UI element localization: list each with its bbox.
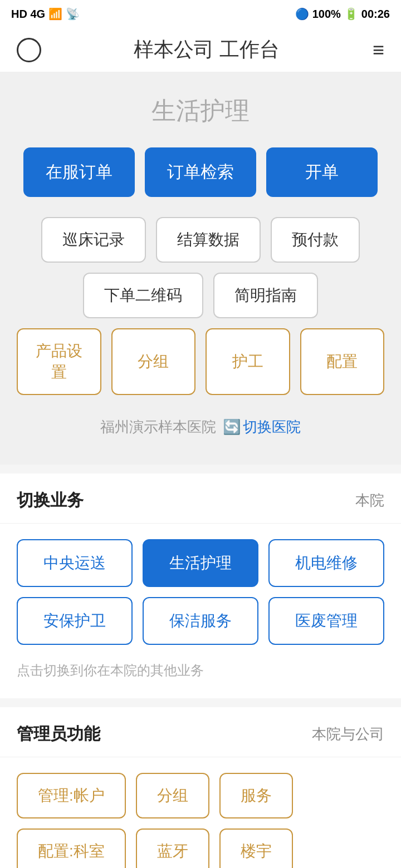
hospital-name: 福州演示样本医院 xyxy=(100,417,216,437)
admin-manage-accounts[interactable]: 管理:帐户 xyxy=(17,773,126,818)
switch-hospital-button[interactable]: 🔄 切换医院 xyxy=(223,417,301,437)
status-left: HD 4G 📶 📡 xyxy=(11,7,80,21)
business-security[interactable]: 安保护卫 xyxy=(17,597,133,645)
business-mechanical[interactable]: 机电维修 xyxy=(268,539,384,587)
business-life-care[interactable]: 生活护理 xyxy=(143,539,258,587)
config-button[interactable]: 配置 xyxy=(300,328,385,395)
admin-section-body: 管理:帐户 分组 服务 配置:科室 蓝牙 楼宇 xyxy=(0,757,401,868)
admin-config-department[interactable]: 配置:科室 xyxy=(17,828,126,868)
battery-text: 100% xyxy=(312,8,341,21)
admin-building[interactable]: 楼宇 xyxy=(219,828,293,868)
active-orders-button[interactable]: 在服订单 xyxy=(23,147,135,197)
admin-group[interactable]: 分组 xyxy=(136,773,209,818)
top-nav: 样本公司 工作台 ≡ xyxy=(0,28,401,72)
service-title: 生活护理 xyxy=(151,95,250,127)
business-central-transport[interactable]: 中央运送 xyxy=(17,539,133,587)
new-order-button[interactable]: 开单 xyxy=(266,147,378,197)
admin-bluetooth[interactable]: 蓝牙 xyxy=(136,828,209,868)
bluetooth-icon: 🔵 xyxy=(295,7,309,21)
network-status: HD 4G xyxy=(11,8,45,21)
admin-section-title: 管理员功能 xyxy=(17,723,100,746)
admin-section-tag: 本院与公司 xyxy=(312,724,384,744)
hero-section: 生活护理 在服订单 订单检索 开单 巡床记录 结算数据 预付款 下单二维码 简明… xyxy=(0,72,401,465)
qrcode-button[interactable]: 下单二维码 xyxy=(83,273,203,318)
admin-buttons-grid: 管理:帐户 分组 服务 配置:科室 蓝牙 楼宇 xyxy=(17,773,384,868)
business-switch-section: 切换业务 本院 中央运送 生活护理 机电维修 安保护卫 保洁服务 医废管理 点击… xyxy=(0,474,401,698)
business-switch-header: 切换业务 本院 xyxy=(0,474,401,524)
business-medical-waste[interactable]: 医废管理 xyxy=(268,597,384,645)
gold-buttons-row: 产品设置 分组 护工 配置 xyxy=(17,328,384,395)
group-button[interactable]: 分组 xyxy=(111,328,196,395)
wifi-icon: 📡 xyxy=(66,7,80,21)
business-switch-body: 中央运送 生活护理 机电维修 安保护卫 保洁服务 医废管理 点击切换到你在本院的… xyxy=(0,524,401,698)
prepay-button[interactable]: 预付款 xyxy=(271,217,360,263)
patrol-button[interactable]: 巡床记录 xyxy=(41,217,146,263)
avatar-circle[interactable] xyxy=(17,38,41,62)
business-switch-title: 切换业务 xyxy=(17,489,84,512)
main-content: 生活护理 在服订单 订单检索 开单 巡床记录 结算数据 预付款 下单二维码 简明… xyxy=(0,72,401,868)
battery-icon: 🔋 xyxy=(344,7,358,21)
signal-icon: 📶 xyxy=(48,7,62,21)
business-switch-tag: 本院 xyxy=(355,491,384,510)
admin-section: 管理员功能 本院与公司 管理:帐户 分组 服务 配置:科室 蓝牙 楼宇 xyxy=(0,707,401,868)
business-switch-hint: 点击切换到你在本院的其他业务 xyxy=(17,656,384,683)
guide-button[interactable]: 简明指南 xyxy=(213,273,318,318)
status-right: 🔵 100% 🔋 00:26 xyxy=(295,7,390,21)
nurse-button[interactable]: 护工 xyxy=(206,328,290,395)
page-title: 样本公司 工作台 xyxy=(41,36,373,63)
order-search-button[interactable]: 订单检索 xyxy=(145,147,256,197)
status-bar: HD 4G 📶 📡 🔵 100% 🔋 00:26 xyxy=(0,0,401,28)
product-setting-button[interactable]: 产品设置 xyxy=(17,328,101,395)
primary-buttons-row: 在服订单 订单检索 开单 xyxy=(17,147,384,197)
business-grid: 中央运送 生活护理 机电维修 安保护卫 保洁服务 医废管理 xyxy=(17,539,384,645)
secondary-buttons-row: 巡床记录 结算数据 预付款 下单二维码 简明指南 xyxy=(17,217,384,318)
admin-service[interactable]: 服务 xyxy=(219,773,293,818)
clock: 00:26 xyxy=(361,8,390,21)
admin-section-header: 管理员功能 本院与公司 xyxy=(0,707,401,757)
settlement-button[interactable]: 结算数据 xyxy=(156,217,261,263)
menu-icon[interactable]: ≡ xyxy=(373,38,384,62)
refresh-icon: 🔄 xyxy=(223,418,241,436)
hospital-info: 福州演示样本医院 🔄 切换医院 xyxy=(100,417,301,437)
business-cleaning[interactable]: 保洁服务 xyxy=(143,597,258,645)
